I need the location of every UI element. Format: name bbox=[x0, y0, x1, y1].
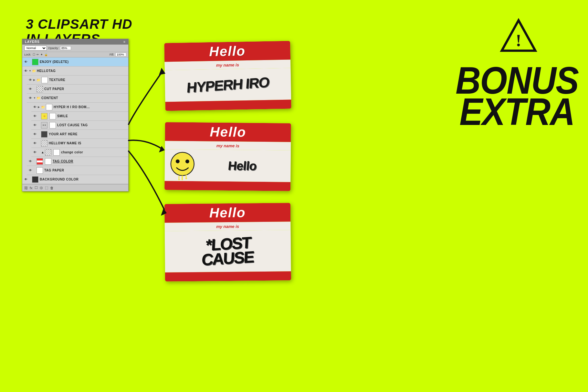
nametag1-content: HYPERH IRO bbox=[186, 74, 270, 96]
layer-triangle: ▶ bbox=[38, 106, 41, 108]
mask-icon[interactable]: ☐ bbox=[35, 186, 38, 190]
eye-icon[interactable]: 👁 bbox=[28, 168, 33, 173]
svg-point-4 bbox=[185, 160, 189, 163]
layer-thumb2 bbox=[53, 149, 60, 156]
nametag-1: Hello my name is HYPERH IRO bbox=[164, 41, 291, 111]
eye-icon[interactable]: 👁 bbox=[28, 159, 33, 164]
layer-name: HELLOMY NAME IS bbox=[49, 141, 81, 145]
layer-name: ENJOY (DELETE) bbox=[40, 60, 69, 64]
nametag2-bottom-stripe bbox=[164, 181, 290, 191]
layer-thumb2 bbox=[49, 122, 56, 129]
lock-icon-4[interactable]: 🔒 bbox=[44, 53, 48, 56]
layer-row-lostcause[interactable]: 👁 ✦✦ LOST CAUSE TAG bbox=[31, 121, 128, 130]
layer-row-tagcolor[interactable]: 👁 TAG COLOR bbox=[27, 157, 128, 166]
nametag3-bottom-stripe bbox=[165, 271, 291, 281]
layer-row-hyperhiro[interactable]: 👁 ▶ 📁 HYPER H I RO BOM... bbox=[31, 103, 128, 112]
eye-icon[interactable]: 👁 bbox=[33, 132, 37, 137]
layer-row-hellomynameis[interactable]: 👁 HELLOMY NAME IS bbox=[31, 139, 128, 148]
layers-lock-row: Lock: ☐ ✏ ✦ 🔒 Fill: bbox=[22, 52, 128, 57]
layer-thumb: ✦✦ bbox=[41, 122, 47, 129]
layer-row-enjoy[interactable]: 👁 ENJOY (DELETE) bbox=[22, 57, 128, 67]
extra-text: EXTRA bbox=[459, 94, 574, 129]
layers-footer: ⛓ fx ☐ ◎ ⬚ 🗑 bbox=[22, 184, 128, 191]
eye-icon[interactable]: 👁 bbox=[33, 105, 37, 109]
blend-mode-select[interactable]: Normal bbox=[24, 46, 47, 51]
lock-icon-3[interactable]: ✦ bbox=[40, 53, 43, 56]
layer-name: YOUR ART HERE bbox=[49, 132, 78, 136]
layer-row-bgcolor[interactable]: 👁 BACKGROUND COLOR bbox=[22, 175, 128, 184]
layer-name: change color bbox=[61, 150, 83, 154]
layers-panel-title: LAYERS bbox=[25, 40, 40, 44]
nametag-3: Hello my name is *LOSTCAUSE bbox=[164, 203, 291, 281]
nametag1-hello: Hello bbox=[209, 43, 246, 59]
layer-thumb bbox=[45, 149, 51, 156]
layer-row-hellotag[interactable]: 👁 ▼ 📁 HELLOTAG bbox=[22, 67, 128, 76]
eye-icon[interactable]: 👁 bbox=[28, 96, 33, 100]
layer-row-changecolor[interactable]: 👁 ▲ change color bbox=[31, 148, 128, 157]
eye-icon[interactable]: 👁 bbox=[33, 141, 37, 146]
layer-name: LOST CAUSE TAG bbox=[57, 123, 88, 127]
layer-thumb bbox=[41, 140, 47, 147]
layers-panel-controls: Normal Opacity: bbox=[22, 45, 128, 52]
lock-icon-1[interactable]: ☐ bbox=[33, 53, 35, 56]
layer-name: CONTENT bbox=[41, 96, 58, 100]
layer-thumb bbox=[46, 104, 52, 110]
svg-point-3 bbox=[176, 160, 180, 163]
warning-triangle: ! bbox=[499, 18, 538, 53]
layer-thumb bbox=[32, 176, 38, 183]
layer-row-texture[interactable]: 👁 ▶ 📁 TEXTURE bbox=[27, 76, 128, 85]
layer-thumb bbox=[37, 158, 43, 165]
opacity-label: Opacity: bbox=[48, 46, 59, 50]
layer-thumb bbox=[41, 77, 48, 83]
fx-icon[interactable]: fx bbox=[30, 186, 33, 190]
nametag2-myname: my name is bbox=[216, 143, 239, 148]
nametag3-myname: my name is bbox=[216, 224, 239, 229]
layer-triangle: ▶ bbox=[33, 78, 37, 81]
eye-icon[interactable]: 👁 bbox=[33, 150, 37, 155]
eye-icon[interactable]: 👁 bbox=[24, 69, 28, 73]
eye-icon[interactable]: 👁 bbox=[28, 87, 33, 91]
layer-row-content[interactable]: 👁 ▼ 📁 CONTENT bbox=[27, 94, 128, 103]
trash-icon[interactable]: 🗑 bbox=[50, 186, 54, 190]
eye-icon[interactable]: 👁 bbox=[33, 114, 37, 119]
layer-name: TAG PAPER bbox=[44, 169, 64, 172]
layer-thumb2 bbox=[49, 113, 56, 119]
adjustment-icon[interactable]: ◎ bbox=[40, 186, 43, 190]
layer-name: CUT PAPER bbox=[44, 87, 64, 91]
svg-point-7 bbox=[185, 178, 187, 179]
layer-triangle: ▼ bbox=[29, 69, 32, 72]
layer-row-cutpaper[interactable]: 👁 CUT PAPER bbox=[27, 85, 128, 94]
fill-input[interactable] bbox=[115, 53, 126, 57]
layer-row-tagpaper[interactable]: 👁 TAG PAPER bbox=[27, 166, 128, 175]
link-icon[interactable]: ⛓ bbox=[24, 186, 28, 190]
layer-thumb: 🙂 bbox=[41, 113, 47, 119]
layer-name: TAG COLOR bbox=[53, 160, 73, 163]
lock-label: Lock: bbox=[24, 53, 31, 56]
layer-name: SMILE bbox=[57, 114, 68, 118]
layer-name: BACKGROUND COLOR bbox=[40, 178, 79, 181]
nametag-2: Hello my name is Hello bbox=[164, 122, 291, 191]
opacity-input[interactable] bbox=[60, 46, 71, 50]
layer-row-yourart[interactable]: 👁 YOUR ART HERE bbox=[31, 130, 128, 139]
fill-label: Fill: bbox=[110, 53, 114, 56]
layers-panel: LAYERS ≡ Normal Opacity: Lock: ☐ ✏ ✦ 🔒 F… bbox=[22, 39, 129, 191]
layers-panel-menu[interactable]: ≡ bbox=[123, 40, 126, 44]
lock-icon-2[interactable]: ✏ bbox=[37, 53, 39, 56]
eye-icon[interactable]: 👁 bbox=[33, 123, 37, 128]
eye-icon[interactable]: 👁 bbox=[28, 78, 33, 82]
bonus-extra-container: BONUS EXTRA bbox=[456, 65, 578, 127]
layers-panel-titlebar: LAYERS ≡ bbox=[22, 39, 128, 45]
layers-list: 👁 ENJOY (DELETE) 👁 ▼ 📁 HELLOTAG 👁 ▶ 📁 TE… bbox=[22, 57, 128, 184]
layer-thumb bbox=[41, 131, 47, 138]
layer-thumb bbox=[37, 86, 43, 92]
smiley-svg bbox=[169, 151, 195, 180]
eye-icon[interactable]: 👁 bbox=[24, 177, 28, 182]
layer-name: HELLOTAG bbox=[37, 69, 56, 73]
eye-icon[interactable]: 👁 bbox=[24, 60, 28, 64]
layer-thumb bbox=[37, 167, 43, 174]
svg-point-5 bbox=[178, 179, 180, 180]
nametag2-hello: Hello bbox=[210, 124, 246, 140]
layer-name: HYPER H I RO BOM... bbox=[54, 105, 90, 109]
layer-row-smile[interactable]: 👁 🙂 SMILE bbox=[31, 112, 128, 121]
folder-icon[interactable]: ⬚ bbox=[45, 186, 48, 190]
